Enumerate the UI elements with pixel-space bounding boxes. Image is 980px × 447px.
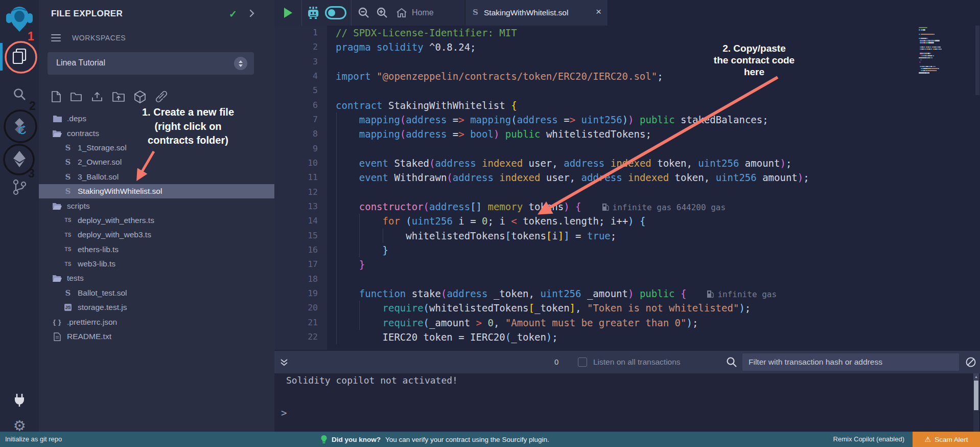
tree-item-ethers-lib.ts[interactable]: TSethers-lib.ts	[39, 242, 274, 257]
tab-stakingwithwhitelist[interactable]: S StakingWithWhitelist.sol ×	[465, 0, 608, 26]
code-line-16: 16 }	[274, 243, 980, 257]
expand-terminal-icon[interactable]	[279, 359, 289, 369]
sol-icon: S	[62, 288, 74, 298]
tree-item-storage.test.js[interactable]: JSstorage.test.js	[39, 300, 274, 315]
copilot-toggle[interactable]	[325, 6, 346, 19]
json-icon: { }	[52, 318, 63, 326]
tree-item-StakingWithWhitelist.sol[interactable]: SStakingWithWhitelist.sol	[39, 184, 274, 198]
tree-item-.deps[interactable]: .deps	[39, 111, 274, 126]
zoom-out-icon[interactable]	[358, 7, 370, 21]
status-bar: Initialize as git repo Did you know? You…	[0, 432, 980, 447]
tree-item-2_Owner.sol[interactable]: S2_Owner.sol	[39, 155, 274, 169]
tree-item-deploy_with_web3.ts[interactable]: TSdeploy_with_web3.ts	[39, 228, 274, 242]
line-number: 10	[274, 156, 318, 170]
tree-item-label: StakingWithWhitelist.sol	[78, 187, 162, 196]
ts-icon: TS	[62, 217, 74, 223]
upload-file-icon[interactable]	[91, 91, 103, 105]
tree-item-.prettierrc.json[interactable]: { }.prettierrc.json	[39, 315, 274, 329]
panel-title: FILE EXPLORER	[51, 9, 123, 19]
editor-scrollbar[interactable]	[975, 26, 979, 95]
init-git-repo-button[interactable]: Initialize as git repo	[5, 432, 62, 447]
terminal-toolbar: 0 Listen on all transactions	[274, 351, 980, 373]
tip-text: You can verify your contract using the S…	[385, 436, 549, 443]
terminal-search-icon[interactable]	[726, 356, 737, 370]
minimap[interactable]	[917, 26, 976, 97]
code-line-11: 11 event Withdrawn(address indexed user,…	[274, 170, 980, 185]
copilot-status[interactable]: Remix Copilot (enabled)	[833, 432, 904, 447]
run-play-icon[interactable]	[283, 7, 293, 21]
tree-item-label: README.txt	[67, 332, 111, 341]
line-number: 1	[274, 26, 318, 40]
tree-item-3_Ballot.sol[interactable]: S3_Ballot.sol	[39, 170, 274, 184]
scrollbar-up-icon[interactable]: ▲	[973, 373, 979, 380]
sol-icon: S	[62, 143, 74, 152]
activity-bar: ⚙	[0, 0, 39, 432]
ts-icon: TS	[62, 261, 74, 267]
line-number: 9	[274, 142, 318, 156]
gas-estimate-annotation: infinite gas	[707, 289, 777, 299]
tree-item-label: .prettierrc.json	[67, 318, 117, 327]
folder-open-icon	[52, 129, 63, 138]
plugin-manager-icon[interactable]	[0, 393, 39, 407]
tree-item-1_Storage.sol[interactable]: S1_Storage.sol	[39, 141, 274, 155]
tree-item-label: tests	[67, 274, 84, 283]
scrollbar-thumb[interactable]	[974, 381, 978, 410]
listen-all-transactions-checkbox[interactable]	[578, 357, 587, 367]
tip-bold: Did you know?	[332, 436, 381, 443]
code-editor[interactable]: 1// SPDX-License-Identifier: MIT2pragma …	[274, 26, 980, 350]
terminal-prompt: >	[281, 407, 287, 418]
solidity-compiler-icon[interactable]	[0, 117, 39, 136]
code-line-9: 9	[274, 142, 980, 156]
file-explorer-icon[interactable]	[0, 48, 39, 65]
dropdown-caret-icon[interactable]	[234, 57, 247, 70]
warning-icon: ⚠	[925, 435, 931, 443]
code-line-22: 22 IERC20 token = IERC20(_token);	[274, 330, 980, 344]
code-line-14: 14 for (uint256 i = 0; i < tokens.length…	[274, 214, 980, 228]
create-workspace-icon[interactable]	[134, 90, 146, 105]
check-icon: ✓	[229, 8, 237, 20]
remix-ide-window: ⚙ FILE EXPLORER ✓ WORKSPACES Linea Tutor…	[0, 0, 980, 447]
new-file-icon[interactable]	[51, 91, 61, 105]
line-number: 20	[274, 301, 318, 315]
copilot-robot-icon[interactable]	[306, 6, 320, 22]
upload-folder-icon[interactable]	[112, 91, 125, 105]
sol-icon: S	[62, 187, 74, 196]
tree-item-scripts[interactable]: scripts	[39, 198, 274, 213]
folder-open-icon	[52, 202, 63, 210]
tab-home[interactable]: Home	[396, 0, 434, 26]
tree-item-deploy_with_ethers.ts[interactable]: TSdeploy_with_ethers.ts	[39, 213, 274, 228]
zoom-in-icon[interactable]	[376, 7, 388, 21]
link-icon[interactable]	[155, 91, 168, 105]
scam-alert-button[interactable]: ⚠ Scam Alert	[913, 432, 980, 447]
tree-item-README.txt[interactable]: README.txt	[39, 329, 274, 344]
line-number: 21	[274, 316, 318, 330]
scam-alert-label: Scam Alert	[935, 436, 968, 443]
home-tab-label: Home	[412, 8, 434, 17]
transaction-count-badge: 0	[554, 351, 558, 373]
workspaces-menu-icon[interactable]	[51, 34, 61, 41]
search-icon[interactable]	[0, 87, 39, 101]
sol-icon: S	[62, 172, 74, 182]
remix-logo[interactable]	[0, 4, 39, 34]
code-line-8: 8 mapping(address => bool) public whitel…	[274, 127, 980, 141]
tree-item-tests[interactable]: tests	[39, 271, 274, 285]
file-explorer-panel: FILE EXPLORER ✓ WORKSPACES Linea Tutoria…	[39, 0, 274, 432]
workspace-dropdown[interactable]: Linea Tutorial	[48, 52, 254, 75]
tree-item-contracts[interactable]: contracts	[39, 126, 274, 140]
chevron-right-icon[interactable]	[249, 9, 254, 19]
git-icon[interactable]	[0, 179, 39, 195]
terminal-output[interactable]: Solidity copilot not activated! > ▲	[274, 373, 980, 432]
code-line-5: 5	[274, 83, 980, 98]
tree-item-Ballot_test.sol[interactable]: SBallot_test.sol	[39, 286, 274, 300]
tree-item-web3-lib.ts[interactable]: TSweb3-lib.ts	[39, 257, 274, 271]
new-folder-icon[interactable]	[70, 91, 82, 104]
deploy-run-icon[interactable]	[0, 150, 39, 168]
clear-console-icon[interactable]	[965, 356, 976, 370]
line-number: 17	[274, 257, 318, 272]
code-line-7: 7 mapping(address => mapping(address => …	[274, 113, 980, 127]
transaction-filter-input[interactable]	[742, 353, 959, 371]
ts-icon: TS	[62, 247, 74, 252]
close-tab-icon[interactable]: ×	[596, 6, 601, 17]
tree-item-label: deploy_with_web3.ts	[78, 230, 151, 239]
file-actions-toolbar	[51, 90, 168, 105]
